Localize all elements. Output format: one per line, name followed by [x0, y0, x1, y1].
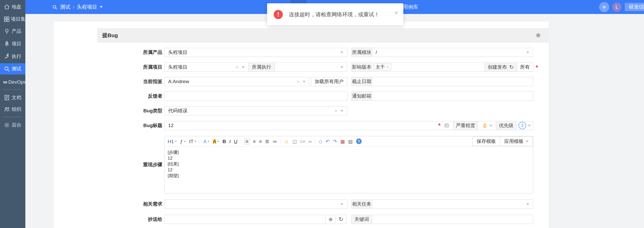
steps-richtext-editor[interactable]: H1ƒtTAABIU≡≡≡≣≔☺◫C#∞◇↶↷▦▤? 保存模板 应用模板 [步骤… — [164, 136, 533, 193]
label-related-task: 相关任务 — [351, 200, 372, 209]
mailto-settings-button[interactable] — [325, 215, 336, 224]
sidebar: 地盘 项目集 产品 项目 执行 测试 ∞ DevOps 文档 — [0, 0, 25, 228]
home-icon — [3, 4, 11, 10]
align-left-icon[interactable]: ≡ — [244, 138, 250, 145]
save-template-button[interactable]: 保存模板 — [472, 136, 500, 146]
project-rocket-icon — [3, 40, 11, 47]
chevron-down-icon — [195, 141, 197, 142]
underline-icon[interactable]: U — [234, 139, 237, 144]
refresh-icon: ↻ — [339, 216, 343, 223]
sidebar-item-execution[interactable]: 执行 — [0, 51, 25, 62]
redo-icon[interactable]: ↷ — [333, 139, 337, 144]
toolbar-divider — [281, 139, 281, 144]
deadline-input[interactable] — [372, 77, 533, 86]
feedback-input[interactable] — [164, 92, 347, 101]
project-select[interactable]: 头程项目× — [164, 63, 249, 72]
unordered-list-icon[interactable]: ≔ — [272, 139, 277, 144]
sidebar-item-home[interactable]: 地盘 — [0, 1, 25, 12]
sidebar-item-product[interactable]: 产品 — [0, 26, 25, 37]
sidebar-item-admin[interactable]: 后台 — [0, 119, 25, 131]
org-people-icon — [3, 106, 11, 113]
align-right-icon[interactable]: ≡ — [259, 139, 262, 144]
related-task-select[interactable] — [372, 200, 533, 209]
help-icon[interactable]: ? — [356, 139, 362, 144]
eraser-icon[interactable]: ◇ — [319, 139, 322, 144]
close-icon[interactable]: × — [394, 9, 398, 16]
breadcrumb-project[interactable]: 头程项目 — [77, 4, 97, 10]
highlight-color-icon[interactable]: A — [213, 139, 219, 144]
sidebar-item-qa[interactable]: 测试 — [0, 63, 25, 74]
severity-flame-icon: 3 — [481, 122, 488, 129]
execution-select[interactable] — [274, 63, 347, 72]
notify-email-input[interactable] — [372, 92, 533, 101]
assignee-select[interactable]: A:Andrew× — [164, 77, 309, 86]
align-center-icon[interactable]: ≡ — [253, 139, 256, 144]
document-icon[interactable]: ▤ — [348, 139, 353, 144]
table-icon[interactable]: ▦ — [340, 139, 345, 144]
bug-type-select[interactable]: 代码错误× — [164, 106, 347, 115]
chevron-down-icon — [526, 141, 529, 142]
priority-select[interactable]: 3 — [516, 121, 533, 130]
italic-icon[interactable]: I — [229, 139, 231, 144]
sidebar-item-doc[interactable]: 文档 — [0, 92, 25, 103]
emoticon-icon[interactable]: ☺ — [284, 139, 289, 144]
toolbar-divider — [200, 139, 200, 144]
sidebar-item-org[interactable]: 组织 — [0, 104, 25, 115]
text-color-icon[interactable]: A — [203, 139, 210, 144]
undo-icon[interactable]: ↶ — [326, 139, 330, 144]
affected-version-input[interactable]: 主干× — [372, 63, 485, 72]
breadcrumb-module[interactable]: 测试 — [60, 4, 70, 10]
chevron-down-icon — [340, 66, 343, 68]
keywords-input[interactable] — [372, 215, 533, 224]
chevron-down-icon — [184, 141, 186, 142]
error-icon: ! — [274, 10, 283, 19]
product-select[interactable]: 头程项目 — [164, 48, 347, 57]
steps-editor-content[interactable]: [步骤] 12 [结果] 12 [期望] — [165, 147, 533, 193]
program-grid-icon — [3, 16, 10, 22]
version-tag: 主干× — [373, 64, 391, 71]
tag-close-icon[interactable]: × — [386, 65, 389, 70]
label-project: 所属项目 — [107, 63, 162, 72]
create-plus-button[interactable]: + — [599, 2, 609, 12]
apply-template-button[interactable]: 应用模板 — [500, 136, 533, 146]
label-assignee: 当前指派 — [107, 77, 162, 86]
all-versions-button[interactable]: 所有 — [517, 63, 533, 72]
panel-title: 提Bug — [102, 32, 118, 39]
mailto-input[interactable] — [164, 215, 325, 224]
panel-settings-gear-icon[interactable] — [535, 33, 541, 38]
chevron-down-icon — [242, 66, 245, 68]
toast-notification: ! 连接超时，请检查网络环境，或重试！ × — [267, 3, 403, 25]
palette-icon[interactable] — [444, 123, 450, 129]
ordered-list-icon[interactable]: ≣ — [265, 139, 269, 144]
toolbar-divider — [315, 139, 315, 144]
font-size-icon[interactable]: tT — [189, 139, 197, 144]
workbench-button[interactable]: 研发综合界面 — [625, 3, 644, 11]
breadcrumb: 测试 › 头程项目 — [52, 0, 103, 14]
link-icon[interactable]: ∞ — [308, 139, 312, 144]
font-family-icon[interactable]: ƒ — [180, 139, 186, 144]
label-mailto: 抄送给 — [107, 215, 162, 224]
sidebar-item-project[interactable]: 项目 — [0, 38, 25, 49]
label-deadline: 截止日期 — [351, 77, 372, 86]
avatar[interactable]: L — [612, 3, 621, 12]
bold-icon[interactable]: B — [222, 139, 226, 144]
severity-select[interactable]: 3 — [478, 121, 496, 130]
admin-gear-icon — [3, 122, 11, 128]
refresh-icon[interactable]: ↻ — [509, 64, 514, 70]
sidebar-item-devops[interactable]: ∞ DevOps — [0, 77, 25, 88]
sidebar-divider — [3, 89, 22, 90]
bug-title-input[interactable]: 12 * — [164, 121, 454, 130]
heading-icon[interactable]: H1 — [168, 139, 177, 144]
load-all-users-button[interactable]: 加载所有用户 — [311, 77, 347, 86]
mailto-refresh-button[interactable]: ↻ — [336, 215, 346, 224]
create-release-button[interactable]: 创建发布↻ — [484, 63, 517, 72]
chevron-down-icon[interactable] — [100, 6, 103, 8]
clear-icon[interactable]: × — [334, 108, 337, 113]
code-icon[interactable]: C# — [300, 140, 305, 143]
module-select[interactable]: / — [372, 48, 533, 57]
clear-icon[interactable]: × — [236, 65, 239, 70]
image-icon[interactable]: ◫ — [292, 139, 297, 144]
clear-icon[interactable]: × — [297, 79, 300, 84]
related-story-select[interactable] — [164, 200, 347, 209]
sidebar-item-program[interactable]: 项目集 — [0, 13, 25, 25]
